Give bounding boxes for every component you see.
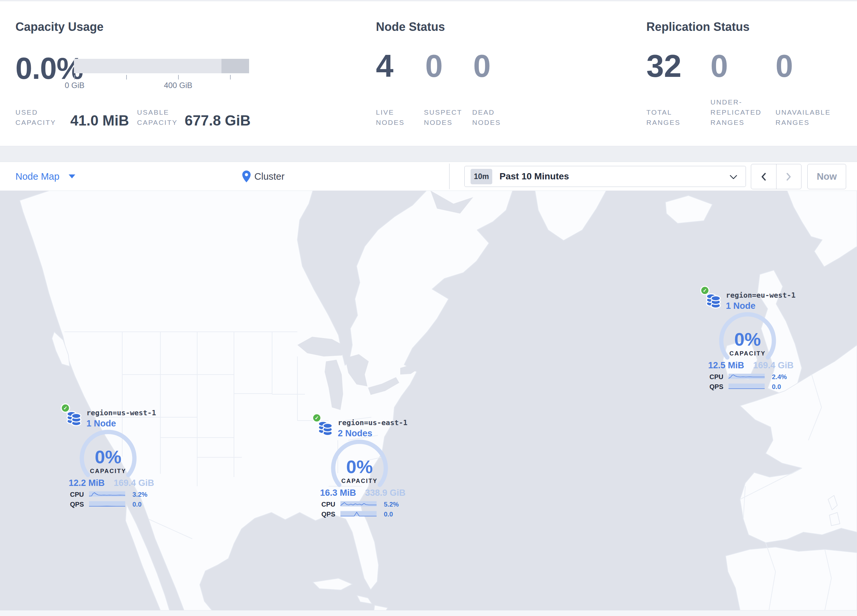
unavailable-ranges-label: UNAVAILABLE RANGES (775, 107, 845, 128)
qps-value: 0.0 (384, 511, 393, 518)
axis-tick-label: 0 GiB (62, 81, 88, 90)
usable-capacity-value: 677.8 GiB (185, 112, 251, 129)
map-pin-icon (242, 170, 251, 182)
breadcrumb[interactable]: Cluster (242, 162, 285, 191)
capacity-gauge-percent: 0% (715, 329, 780, 350)
next-time-button[interactable] (776, 164, 801, 189)
region-used-capacity: 12.2 MiB (69, 478, 105, 488)
region-used-capacity: 12.5 MiB (708, 360, 744, 371)
cpu-label: CPU (321, 501, 335, 508)
caret-down-icon (69, 174, 75, 178)
region-used-capacity: 16.3 MiB (320, 488, 356, 498)
usable-capacity-label: USABLE CAPACITY (137, 107, 181, 128)
database-icon (705, 290, 721, 309)
under-replicated-ranges-value: 0 (710, 48, 728, 84)
axis-tick-label: 400 GiB (158, 81, 198, 90)
total-ranges-label: TOTAL RANGES (647, 107, 686, 128)
toolbar-divider (449, 164, 450, 189)
total-ranges-value: 32 (647, 48, 682, 84)
capacity-gauge-label: CAPACITY (715, 350, 780, 357)
node-status-title: Node Status (376, 20, 445, 34)
qps-sparkline (340, 511, 377, 517)
chevron-left-icon (761, 173, 766, 181)
time-range-badge: 10m (470, 169, 492, 184)
cpu-sparkline (340, 501, 377, 507)
region-total-capacity: 338.9 GiB (365, 488, 405, 498)
map-landmass-africa (726, 547, 857, 610)
cpu-label: CPU (70, 491, 84, 499)
qps-label: QPS (321, 511, 335, 518)
page-bottom-strip (0, 610, 857, 616)
time-range-dropdown[interactable]: 10m Past 10 Minutes (464, 166, 746, 187)
capacity-gauge-percent: 0% (75, 446, 141, 468)
region-card-us-west-1[interactable]: ✓ region=us-west-1 1 Node 0% CAPACITY 12… (61, 403, 159, 512)
cpu-sparkline (729, 373, 765, 380)
qps-value: 0.0 (772, 383, 781, 391)
used-capacity-value: 41.0 MiB (70, 112, 129, 129)
suspect-nodes-value: 0 (425, 48, 442, 84)
axis-tick (74, 75, 75, 80)
database-icon (317, 418, 333, 436)
replication-status-title: Replication Status (647, 20, 750, 34)
region-node-count: 2 Nodes (338, 428, 372, 438)
region-card-us-east-1[interactable]: ✓ region=us-east-1 2 Nodes 0% CAPACITY 1… (312, 413, 411, 522)
capacity-gauge-percent: 0% (326, 456, 392, 477)
region-name: region=us-east-1 (338, 418, 407, 427)
capacity-usage-title: Capacity Usage (15, 20, 104, 34)
unavailable-ranges-value: 0 (775, 48, 793, 84)
under-replicated-ranges-label: UNDER-REPLICATED RANGES (710, 97, 768, 128)
live-nodes-value: 4 (376, 48, 393, 84)
breadcrumb-cluster-label: Cluster (254, 171, 285, 182)
view-selector-node-map[interactable]: Node Map (15, 162, 75, 191)
region-node-count: 1 Node (87, 418, 116, 429)
capacity-gauge-label: CAPACITY (326, 478, 392, 485)
view-selector-label: Node Map (15, 171, 59, 182)
axis-tick (178, 75, 179, 80)
qps-sparkline (89, 501, 125, 507)
capacity-bar (74, 59, 249, 73)
region-total-capacity: 169.4 GiB (114, 478, 154, 488)
qps-value: 0.0 (132, 501, 142, 508)
prev-time-button[interactable] (751, 164, 776, 189)
qps-label: QPS (70, 501, 84, 508)
chevron-down-icon (730, 175, 737, 179)
time-step-buttons (751, 164, 801, 189)
cluster-summary-panel: Capacity Usage 0.0% 0 GiB 400 GiB USED C… (0, 1, 857, 146)
cpu-value: 3.2% (132, 491, 147, 499)
qps-sparkline (729, 383, 765, 389)
cpu-value: 5.2% (384, 501, 399, 508)
region-card-eu-west-1[interactable]: ✓ region=eu-west-1 1 Node 0% CAPACITY 12… (700, 286, 799, 394)
suspect-nodes-label: SUSPECT NODES (424, 107, 470, 128)
qps-label: QPS (710, 383, 723, 391)
used-capacity-label: USED CAPACITY (15, 107, 57, 128)
time-range-label: Past 10 Minutes (500, 171, 569, 182)
live-nodes-label: LIVE NODES (376, 107, 415, 128)
axis-tick (126, 75, 127, 80)
capacity-bar-reserved-segment (221, 59, 249, 73)
map-toolbar: Node Map Cluster 10m Past 10 Minutes Now (0, 162, 857, 191)
world-map (0, 191, 857, 610)
dead-nodes-value: 0 (473, 48, 490, 84)
region-node-count: 1 Node (726, 301, 755, 311)
chevron-right-icon (786, 173, 791, 181)
database-icon (66, 408, 82, 426)
node-map (0, 191, 857, 610)
axis-tick (230, 75, 230, 80)
region-name: region=eu-west-1 (726, 291, 795, 299)
cpu-label: CPU (710, 373, 723, 381)
cpu-value: 2.4% (772, 373, 787, 381)
cpu-sparkline (89, 491, 125, 497)
region-total-capacity: 169.4 GiB (753, 360, 794, 371)
capacity-gauge-label: CAPACITY (75, 468, 141, 475)
region-name: region=us-west-1 (87, 409, 156, 417)
now-button[interactable]: Now (807, 164, 846, 189)
dead-nodes-label: DEAD NODES (472, 107, 512, 128)
